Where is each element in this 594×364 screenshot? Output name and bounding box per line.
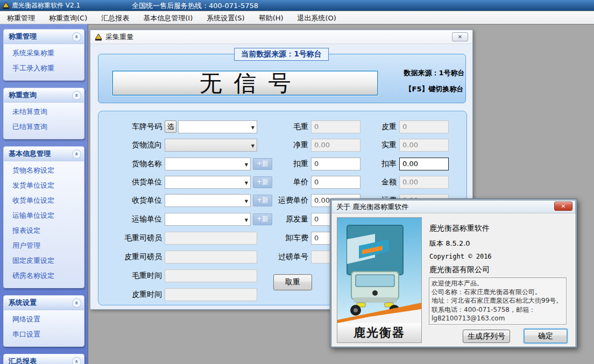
section-title: 系统设置 (9, 298, 37, 308)
gross-time-field (165, 269, 257, 282)
tare-time-label: 皮重时间 (106, 290, 162, 299)
switch-scale-hint: 【F5】键切换称台 (398, 84, 471, 94)
close-icon[interactable]: ✕ (452, 32, 468, 41)
net-weight-label: 净重 (233, 140, 308, 150)
collapse-icon[interactable]: « (72, 91, 81, 100)
original-qty-label: 原发量 (233, 215, 308, 224)
collapse-icon[interactable]: « (72, 357, 81, 364)
section-header-basic-info[interactable]: 基本信息管理 « (4, 147, 84, 161)
section-header-weigh-manage[interactable]: 称重管理 « (4, 30, 84, 44)
menubar: 称重管理 称重查询(C) 汇总报表 基本信息管理(I) 系统设置(S) 帮助(H… (0, 11, 594, 24)
transporter-label: 运输单位 (106, 215, 162, 224)
section-header-system-settings[interactable]: 系统设置 « (4, 296, 84, 310)
deduct-weight-label: 扣重 (233, 159, 308, 169)
section-title: 称重管理 (9, 32, 37, 41)
section-title: 汇总报表 (9, 356, 37, 364)
unit-price-label: 单价 (233, 177, 308, 187)
sidebar-item-serial-settings[interactable]: 串口设置 (4, 327, 84, 342)
menu-system-settings[interactable]: 系统设置(S) (200, 11, 251, 24)
gross-weight-label: 毛重 (233, 122, 308, 132)
menu-basic-info[interactable]: 基本信息管理(I) (136, 11, 200, 24)
sidebar: 称重管理 « 系统采集称重 手工录入称重 称重查询 « 未结算查询 已结算查询 (0, 24, 88, 364)
sidebar-item-receiver-setup[interactable]: 收货单位设定 (4, 193, 84, 208)
source-line: 数据来源：1号称台 (398, 68, 471, 78)
plate-number-label: 车牌号码 (106, 122, 162, 132)
amount-label: 金额 (346, 177, 397, 187)
sidebar-item-shipper-setup[interactable]: 发货单位设定 (4, 178, 84, 193)
tare-operator-label: 皮重司磅员 (106, 252, 162, 262)
close-icon[interactable]: ✕ (554, 202, 572, 211)
app-title: 鹿光衡器称重软件 V2.1 (12, 1, 80, 10)
tare-weight-field: 0 (399, 120, 449, 133)
gross-time-label: 毛重时间 (106, 271, 162, 281)
sidebar-section-weigh-query: 称重查询 « 未结算查询 已结算查询 (3, 88, 84, 139)
sidebar-item-unsettled-query[interactable]: 未结算查询 (4, 104, 84, 119)
about-dialog-body: 鹿光衡器 鹿光衡器称重软件 版本 8.5.2.0 Copyright © 201… (332, 213, 575, 346)
sidebar-item-goods-name-setup[interactable]: 货物名称设定 (4, 163, 84, 178)
section-title: 基本信息管理 (9, 149, 51, 159)
about-dialog: 关于 鹿光衡器称重软件 ✕ (330, 198, 577, 348)
about-dialog-title: 关于 鹿光衡器称重软件 (336, 202, 408, 212)
goods-flow-label: 货物流向 (106, 140, 162, 150)
collapse-icon[interactable]: « (72, 32, 81, 41)
deduct-rate-input[interactable]: 0.00 (399, 158, 449, 170)
collapse-icon[interactable]: « (72, 298, 81, 308)
pick-plate-button[interactable]: 选 (165, 120, 176, 133)
content-area: 称重管理 « 系统采集称重 手工录入称重 称重查询 « 未结算查询 已结算查询 (0, 24, 594, 364)
ticket-number-label: 过磅单号 (233, 252, 308, 262)
window-titlebar[interactable]: 鹿光衡器称重软件 V2.1 全国统一售后服务热线：400-071-5758 (0, 0, 594, 11)
section-body: 系统采集称重 手工录入称重 (4, 44, 84, 80)
weight-display-text: 无信号 (188, 72, 303, 95)
mdi-workspace: 采集重量 ✕ 当前数据来源：1号称台 无信号 数据来源：1号称台 【F5】键切换… (88, 24, 594, 364)
supplier-label: 供货单位 (106, 177, 162, 187)
menu-exit[interactable]: 退出系统(O) (291, 11, 343, 24)
generate-serial-button[interactable]: 生成序列号 (463, 330, 510, 343)
menu-help[interactable]: 帮助(H) (252, 11, 291, 24)
sidebar-item-network-settings[interactable]: 网络设置 (4, 312, 84, 327)
copyright-text: Copyright © 2016 (429, 253, 492, 260)
hotline-text: 全国统一售后服务热线：400-071-5758 (132, 1, 258, 11)
scale-icon (2, 2, 10, 9)
sidebar-item-system-capture-weigh[interactable]: 系统采集称重 (4, 46, 84, 61)
sidebar-item-report-setup[interactable]: 报表设定 (4, 223, 84, 238)
section-body: 货物名称设定 发货单位设定 收货单位设定 运输单位设定 报表设定 用户管理 固定… (4, 161, 84, 288)
unload-fee-label: 卸车费 (233, 233, 308, 243)
sidebar-item-manual-entry-weigh[interactable]: 手工录入称重 (4, 61, 84, 76)
sidebar-item-user-manage[interactable]: 用户管理 (4, 238, 84, 253)
section-header-weigh-query[interactable]: 称重查询 « (4, 88, 84, 103)
section-body: 未结算查询 已结算查询 (4, 103, 84, 139)
menu-weigh-query[interactable]: 称重查询(C) (42, 11, 94, 24)
deduct-rate-label: 扣率 (346, 159, 397, 169)
capture-window-title: 采集重量 (105, 32, 133, 42)
about-dialog-titlebar[interactable]: 关于 鹿光衡器称重软件 ✕ (332, 201, 575, 213)
sidebar-item-fixed-tare-setup[interactable]: 固定皮重设定 (4, 253, 84, 268)
sidebar-item-scale-house-setup[interactable]: 磅房名称设定 (4, 268, 84, 283)
section-body: 网络设置 串口设置 (4, 310, 84, 346)
sidebar-section-system-settings: 系统设置 « 网络设置 串口设置 (3, 295, 84, 347)
sidebar-item-transport-setup[interactable]: 运输单位设定 (4, 208, 84, 223)
menu-weigh-manage[interactable]: 称重管理 (0, 11, 42, 24)
company-info-box: 欢迎使用本产品。 公司名称：石家庄鹿光衡器有限公司。 地址：河北省石家庄鹿泉区石… (429, 277, 567, 325)
goods-name-label: 货物名称 (106, 159, 162, 169)
product-name: 鹿光衡器称重软件 (429, 224, 490, 233)
menu-summary-report[interactable]: 汇总报表 (94, 11, 136, 24)
truck-image-caption: 鹿光衡器 (337, 323, 421, 342)
freight-price-label: 运费单价 (233, 196, 308, 205)
current-source-banner: 当前数据来源：1号称台 (234, 48, 329, 61)
desktop-screen: 鹿光衡器称重软件 V2.1 全国统一售后服务热线：400-071-5758 称重… (0, 0, 594, 364)
amount-field: 0.00 (399, 176, 449, 189)
tare-weight-label: 皮重 (346, 122, 397, 132)
gross-operator-label: 毛重司磅员 (106, 233, 162, 243)
section-header-summary-report[interactable]: 汇总报表 « (4, 354, 84, 364)
source-info: 数据来源：1号称台 【F5】键切换称台 (398, 68, 471, 101)
sidebar-section-basic-info: 基本信息管理 « 货物名称设定 发货单位设定 收货单位设定 运输单位设定 报表设… (3, 146, 84, 288)
sidebar-item-settled-query[interactable]: 已结算查询 (4, 119, 84, 134)
version-text: 版本 8.5.2.0 (429, 239, 470, 248)
scale-icon (95, 33, 102, 41)
ok-button[interactable]: 确定 (524, 329, 568, 344)
capture-window-titlebar[interactable]: 采集重量 ✕ (90, 30, 472, 44)
take-weight-button[interactable]: 取重 (273, 274, 312, 290)
tare-time-field (165, 288, 257, 301)
collapse-icon[interactable]: « (72, 149, 81, 159)
weight-display-panel: 无信号 数据来源：1号称台 【F5】键切换称台 (98, 54, 466, 103)
